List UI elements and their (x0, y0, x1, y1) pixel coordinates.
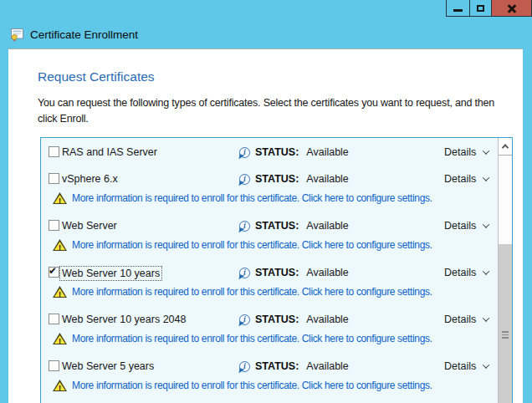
content-area: Request Certificates You can request the… (8, 48, 523, 403)
close-button[interactable] (492, 0, 532, 17)
configure-settings-link[interactable]: More information is required to enroll f… (72, 191, 432, 205)
status-cluster: i STATUS: Available (239, 219, 349, 232)
details-label: Details (444, 267, 476, 278)
certificate-warning-row: ! More information is required to enroll… (41, 332, 512, 346)
certificate-warning-row: ! More information is required to enroll… (41, 379, 512, 393)
status-value: Available (306, 146, 349, 158)
details-toggle[interactable]: Details (444, 266, 489, 279)
details-label: Details (444, 173, 476, 185)
status-value: Available (306, 360, 349, 372)
certificate-row: ✔ Web Server 10 years i STATUS: Availabl… (41, 266, 512, 280)
maximize-button[interactable] (469, 0, 492, 17)
status-cluster: i STATUS: Available (239, 360, 349, 373)
window-title: Certificate Enrollment (30, 28, 138, 41)
certificate-list: ✔ RAS and IAS Server i STATUS: Available… (40, 137, 513, 403)
certificate-entry: ✔ Web Server 10 years i STATUS: Availabl… (41, 266, 512, 299)
details-toggle[interactable]: Details (444, 313, 489, 326)
certificate-checkbox[interactable]: ✔ (49, 314, 59, 324)
chevron-down-icon (483, 314, 489, 321)
checkmark-icon: ✔ (49, 267, 59, 276)
chevron-down-icon (483, 268, 489, 274)
certificate-name[interactable]: Web Server 5 years (62, 360, 154, 373)
scrollbar-up-button[interactable] (499, 138, 512, 156)
vertical-scrollbar[interactable] (498, 138, 512, 403)
minimize-button[interactable] (446, 0, 469, 17)
details-toggle[interactable]: Details (444, 360, 489, 373)
details-label: Details (444, 360, 476, 372)
warning-icon: ! (53, 239, 67, 251)
scrollbar-thumb[interactable] (499, 244, 512, 403)
chevron-down-icon (483, 361, 489, 368)
certificate-name[interactable]: Web Server 10 years 2048 (62, 313, 186, 326)
status-value: Available (306, 267, 349, 278)
page-title: Request Certificates (38, 69, 155, 84)
chevron-down-icon (483, 174, 489, 181)
configure-settings-link[interactable]: More information is required to enroll f… (72, 379, 432, 392)
certificate-entry: ✔ vSphere 6.x i STATUS: Available Detail… (41, 172, 512, 206)
scrollbar-track[interactable] (499, 156, 512, 403)
certificate-warning-row: ! More information is required to enroll… (41, 238, 512, 253)
certificate-row: ✔ vSphere 6.x i STATUS: Available Detail… (41, 172, 512, 186)
configure-settings-link[interactable]: More information is required to enroll f… (72, 285, 432, 298)
chevron-down-icon (483, 221, 489, 227)
status-value: Available (306, 173, 349, 185)
certificate-warning-row: ! More information is required to enroll… (41, 285, 512, 299)
caption-buttons (446, 0, 532, 17)
status-label: STATUS: (255, 360, 299, 372)
certificate-entry: ✔ RAS and IAS Server i STATUS: Available… (41, 145, 512, 160)
info-icon: i (239, 314, 250, 325)
status-value: Available (306, 314, 349, 325)
titlebar[interactable]: Certificate Enrollment (0, 0, 532, 48)
certificate-checkbox[interactable]: ✔ (49, 360, 59, 371)
certificate-entry: ✔ Web Server i STATUS: Available Details… (41, 219, 512, 253)
status-label: STATUS: (255, 267, 299, 278)
info-icon: i (239, 174, 250, 185)
status-label: STATUS: (255, 220, 299, 232)
configure-settings-link[interactable]: More information is required to enroll f… (72, 238, 432, 252)
certificate-entry: ✔ Web Server 10 years 2048 i STATUS: Ava… (41, 313, 512, 346)
configure-settings-link[interactable]: More information is required to enroll f… (72, 332, 432, 345)
info-icon: i (239, 147, 250, 158)
certificate-entry: ✔ Web Server 5 years i STATUS: Available… (41, 360, 512, 393)
certificate-name[interactable]: RAS and IAS Server (62, 145, 157, 159)
details-label: Details (444, 146, 476, 158)
status-value: Available (306, 220, 349, 232)
certificate-checkbox[interactable]: ✔ (49, 267, 59, 278)
scrollbar-grip-icon (499, 330, 512, 339)
close-icon (507, 3, 517, 13)
warning-icon: ! (53, 333, 67, 344)
certificate-name[interactable]: vSphere 6.x (62, 172, 118, 186)
status-cluster: i STATUS: Available (239, 313, 349, 326)
maximize-icon (477, 5, 484, 12)
certificate-row: ✔ Web Server i STATUS: Available Details (41, 219, 512, 233)
info-icon: i (239, 268, 250, 278)
certificate-name[interactable]: Web Server 10 years (59, 266, 162, 281)
status-label: STATUS: (255, 173, 299, 185)
chevron-down-icon (483, 147, 489, 154)
details-toggle[interactable]: Details (444, 145, 489, 159)
certificate-checkbox[interactable]: ✔ (49, 173, 59, 184)
details-toggle[interactable]: Details (444, 219, 489, 232)
certificate-row: ✔ RAS and IAS Server i STATUS: Available… (41, 145, 512, 160)
status-label: STATUS: (255, 314, 299, 325)
certificate-warning-row: ! More information is required to enroll… (41, 191, 512, 206)
certificate-list-content: ✔ RAS and IAS Server i STATUS: Available… (41, 138, 512, 393)
status-cluster: i STATUS: Available (239, 172, 349, 186)
certificate-name[interactable]: Web Server (62, 219, 117, 232)
warning-icon: ! (53, 192, 67, 204)
details-toggle[interactable]: Details (444, 172, 489, 186)
certificate-checkbox[interactable]: ✔ (49, 220, 59, 231)
info-icon: i (239, 221, 250, 232)
info-icon: i (239, 361, 250, 372)
warning-icon: ! (53, 286, 67, 298)
details-label: Details (444, 220, 476, 232)
intro-text: You can request the following types of c… (38, 95, 521, 127)
certificate-row: ✔ Web Server 10 years 2048 i STATUS: Ava… (41, 313, 512, 327)
status-cluster: i STATUS: Available (239, 266, 349, 279)
certificate-checkbox[interactable]: ✔ (49, 146, 59, 157)
minimize-icon (453, 9, 463, 12)
details-label: Details (444, 314, 476, 325)
warning-icon: ! (53, 380, 67, 391)
certificate-row: ✔ Web Server 5 years i STATUS: Available… (41, 360, 512, 374)
chevron-up-icon (502, 144, 509, 150)
